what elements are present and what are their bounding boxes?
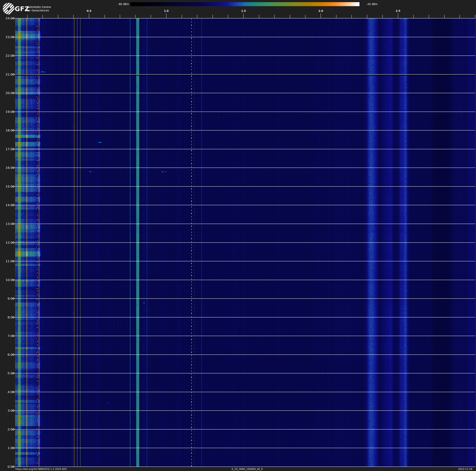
freq-tick	[398, 14, 398, 18]
freq-tick	[429, 15, 429, 18]
freq-tick	[166, 14, 167, 18]
hour-gridline	[12, 280, 475, 280]
header: GFZ Helmholtz Centre for Geosciences -80…	[0, 0, 476, 18]
colorbar-max-label: -20 dBm	[367, 2, 391, 6]
hour-gridline	[12, 354, 475, 355]
freq-tick	[444, 15, 444, 18]
hour-gridline	[12, 37, 475, 37]
freq-tick	[120, 15, 120, 18]
freq-tick	[58, 15, 58, 18]
hour-gridline	[12, 167, 475, 168]
freq-tick	[290, 15, 290, 18]
freq-tick	[104, 15, 105, 18]
logo-name-line1: Helmholtz Centre	[27, 5, 51, 9]
freq-tick	[305, 15, 306, 18]
hour-gridline	[12, 186, 475, 187]
freq-tick	[413, 15, 414, 18]
freq-tick	[382, 15, 383, 18]
footer-doi-text: https://doi.org/10.5880/GFZ.1.2.2024.003	[15, 467, 67, 471]
hour-gridline	[12, 130, 475, 130]
freq-tick-label: 2.0	[316, 9, 325, 12]
freq-tick	[274, 15, 274, 18]
colorbar-min-label: -80 dBm	[107, 2, 129, 6]
freq-tick	[259, 15, 259, 18]
hour-gridline	[12, 373, 475, 373]
hour-gridline	[12, 410, 475, 411]
hour-gridline	[12, 467, 475, 467]
hour-gridline	[12, 392, 475, 392]
hour-gridline	[12, 149, 475, 149]
freq-tick	[89, 14, 89, 18]
freq-tick	[228, 15, 228, 18]
freq-tick	[336, 15, 336, 18]
freq-tick	[459, 15, 460, 18]
hour-gridline	[12, 205, 475, 205]
hour-gridline	[12, 298, 475, 299]
hour-gridline	[12, 55, 475, 56]
freq-tick	[197, 15, 197, 18]
freq-tick	[243, 14, 244, 18]
gfz-logo-icon	[2, 2, 15, 15]
freq-tick	[213, 15, 213, 18]
footer-filename-text: 0_20_3000_100000_40_0	[223, 467, 272, 471]
hour-gridline	[12, 336, 475, 336]
freq-tick-label: 1.0	[162, 9, 171, 12]
freq-tick-label: 0.5	[85, 9, 94, 12]
hour-gridline	[12, 224, 475, 224]
footer-date-text: 2023-11-29	[444, 467, 472, 471]
colorbar	[130, 2, 359, 6]
hour-gridline	[12, 448, 475, 448]
freq-tick	[73, 15, 74, 18]
hour-gridline	[12, 317, 475, 317]
hour-gridline	[12, 112, 475, 112]
freq-tick	[43, 15, 43, 18]
freq-tick	[475, 15, 476, 18]
freq-tick-label: 2.5	[393, 9, 403, 12]
logo-name-line2: for Geosciences	[27, 9, 49, 12]
freq-tick-label: 1.5	[239, 9, 248, 12]
freq-tick	[321, 14, 321, 18]
hour-gridline	[12, 429, 475, 430]
hour-gridline	[12, 74, 475, 74]
freq-tick	[27, 15, 28, 18]
hour-gridline	[12, 18, 475, 18]
hour-gridline	[12, 93, 475, 93]
freq-tick	[182, 15, 182, 18]
hour-gridline	[12, 261, 475, 261]
freq-tick	[135, 15, 136, 18]
freq-tick	[367, 15, 367, 18]
freq-tick	[151, 15, 151, 18]
spectrogram-page: GFZ Helmholtz Centre for Geosciences -80…	[0, 0, 476, 471]
hour-gridline	[12, 242, 475, 243]
freq-tick	[352, 15, 352, 18]
